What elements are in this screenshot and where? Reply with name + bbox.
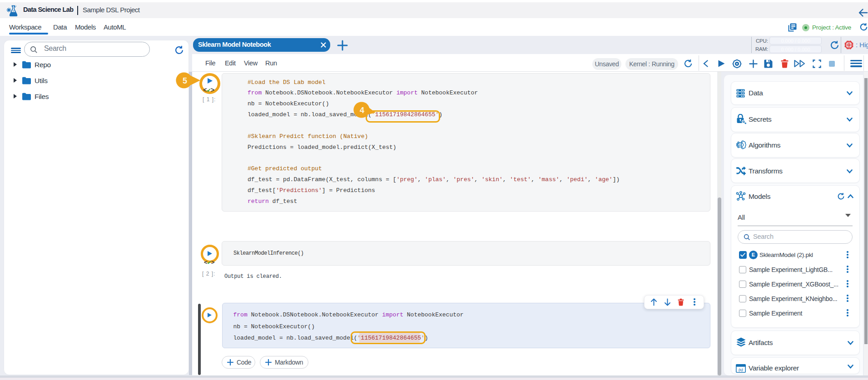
svg-text:(x): (x) <box>739 367 743 372</box>
svg-text:4: 4 <box>360 106 364 115</box>
svg-text:5: 5 <box>183 76 187 85</box>
